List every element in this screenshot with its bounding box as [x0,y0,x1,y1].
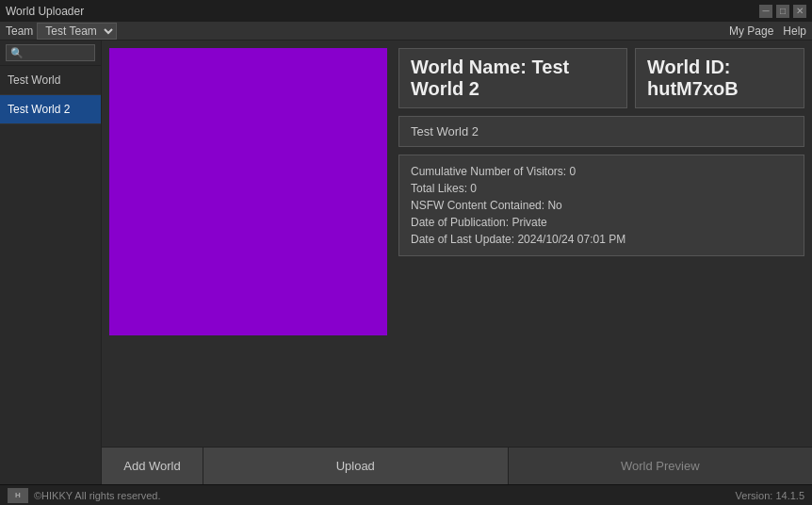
world-list-item-2[interactable]: Test World 2 [0,95,101,124]
stat-nsfw: NSFW Content Contained: No [411,199,792,212]
right-panel: World Name: Test World 2 World ID: hutM7… [398,48,804,439]
world-header: World Name: Test World 2 World ID: hutM7… [398,48,804,108]
main-area: Test World Test World 2 World Name: Test… [0,41,812,484]
app-title: World Uploader [6,5,84,18]
stat-likes: Total Likes: 0 [411,182,792,195]
world-list-item-1[interactable]: Test World [0,66,101,95]
content-main: World Name: Test World 2 World ID: hutM7… [102,41,812,447]
stat-publication: Date of Publication: Private [411,216,792,229]
title-bar-left: World Uploader [6,5,84,18]
help-link[interactable]: Help [783,24,806,38]
minimize-button[interactable]: ─ [759,5,772,18]
world-stats: Cumulative Number of Visitors: 0 Total L… [398,155,804,256]
sidebar: Test World Test World 2 [0,41,102,484]
title-bar: World Uploader ─ □ ✕ [0,0,812,22]
world-preview-button[interactable]: World Preview [509,448,813,484]
world-thumbnail [109,48,387,335]
upload-button[interactable]: Upload [203,448,509,484]
my-page-link[interactable]: My Page [729,24,773,38]
world-id-box: World ID: hutM7xoB [635,48,804,108]
footer: H ©HIKKY All rights reserved. Version: 1… [0,484,812,505]
stat-last-update: Date of Last Update: 2024/10/24 07:01 PM [411,233,792,246]
maximize-button[interactable]: □ [776,5,789,18]
bottom-bar: Add World Upload World Preview [102,447,812,484]
add-world-button[interactable]: Add World [102,448,203,484]
search-bar [0,41,101,66]
title-bar-controls[interactable]: ─ □ ✕ [759,5,806,18]
close-button[interactable]: ✕ [793,5,806,18]
footer-copyright: ©HIKKY All rights reserved. [34,490,160,501]
world-list: Test World Test World 2 [0,66,101,484]
world-name-box: World Name: Test World 2 [398,48,627,108]
team-label: Team [6,24,33,38]
team-dropdown[interactable]: Test Team [37,23,117,40]
footer-version: Version: 14.1.5 [736,490,804,501]
footer-left: H ©HIKKY All rights reserved. [8,488,160,503]
world-description: Test World 2 [398,116,804,147]
hikky-logo: H [8,488,28,503]
menu-bar: Team Test Team My Page Help [0,22,812,41]
content-area: World Name: Test World 2 World ID: hutM7… [102,41,812,484]
search-input[interactable] [6,44,95,61]
menu-left: Team Test Team [6,23,117,40]
menu-right: My Page Help [729,24,806,38]
stat-visitors: Cumulative Number of Visitors: 0 [411,165,792,178]
